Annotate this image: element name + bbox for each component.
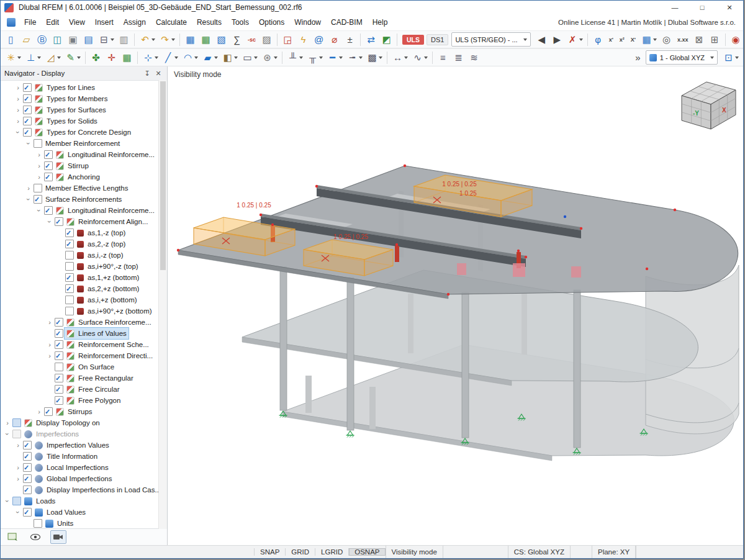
tree-item-stirrups[interactable]: ›Stirrups: [1, 406, 158, 417]
expand-arrow-icon[interactable]: ›: [14, 104, 22, 115]
tree-item-loads[interactable]: ›Loads: [1, 495, 158, 507]
tree-item-local-imperfections[interactable]: ›Local Imperfections: [1, 462, 158, 473]
chevron-down-icon[interactable]: [274, 56, 278, 59]
menu-options[interactable]: Options: [254, 16, 289, 29]
expand-arrow-icon[interactable]: ›: [3, 417, 12, 428]
open-model-button[interactable]: ▱: [19, 32, 34, 47]
expand-arrow-icon[interactable]: ›: [35, 171, 43, 183]
status-toggle-grid[interactable]: GRID: [285, 548, 315, 556]
line-pattern2-button[interactable]: ≣: [451, 50, 466, 65]
close-button[interactable]: ✕: [716, 1, 743, 14]
filter-tables-button[interactable]: ▨: [260, 32, 274, 47]
visibility-checkbox[interactable]: [23, 485, 32, 494]
collapse-arrow-icon[interactable]: ›: [12, 508, 24, 517]
tree-item-surface-reinforcements[interactable]: ›Surface Reinforcements: [1, 194, 158, 205]
visibility-checkbox[interactable]: [34, 139, 42, 148]
tree-item-types-for-surfaces[interactable]: ›Types for Surfaces: [1, 104, 158, 115]
tables-button[interactable]: ▦: [183, 32, 197, 47]
tree-item-surface-reinforceme[interactable]: ›Surface Reinforceme...: [1, 317, 158, 328]
visibility-checkbox[interactable]: [55, 340, 63, 349]
navigation-cube[interactable]: -Y X: [682, 82, 736, 129]
tree-item-units[interactable]: Units: [1, 518, 158, 528]
visibility-checkbox[interactable]: [23, 106, 32, 114]
chevron-down-icon[interactable]: [404, 56, 408, 59]
menu-file[interactable]: File: [19, 16, 41, 29]
chevron-down-icon[interactable]: [735, 56, 739, 59]
visibility-checkbox[interactable]: [12, 497, 21, 505]
print-graphic-button[interactable]: ⊞: [708, 32, 722, 47]
menu-insert[interactable]: Insert: [90, 16, 119, 29]
save-button[interactable]: ▤: [81, 32, 96, 47]
expand-arrow-icon[interactable]: ›: [45, 350, 54, 361]
maximize-button[interactable]: □: [689, 1, 716, 14]
visibility-checkbox[interactable]: [55, 363, 63, 371]
collapse-arrow-icon[interactable]: ›: [2, 430, 13, 438]
expand-arrow-icon[interactable]: ›: [14, 462, 22, 473]
chevron-down-icon[interactable]: [194, 56, 198, 59]
chevron-down-icon[interactable]: [379, 56, 382, 59]
paste-button[interactable]: ▣: [66, 32, 80, 47]
dimension-button[interactable]: ↔: [391, 50, 409, 65]
visibility-checkbox[interactable]: [23, 94, 32, 103]
tree-item-lines-of-values[interactable]: Lines of Values: [1, 328, 158, 339]
minimize-button[interactable]: —: [661, 1, 689, 14]
arc-button[interactable]: ◠: [181, 50, 199, 65]
visibility-checkbox[interactable]: [23, 474, 32, 483]
line-pattern-button[interactable]: ≡: [436, 50, 450, 65]
node-button[interactable]: ⊹: [141, 50, 160, 65]
tree-item-free-polygon[interactable]: Free Polygon: [1, 395, 158, 406]
line-button[interactable]: ╱: [161, 50, 179, 65]
chevron-down-icon[interactable]: [171, 38, 175, 41]
extreme-values-button[interactable]: x²: [617, 32, 627, 47]
chevron-down-icon[interactable]: [77, 56, 81, 59]
model-viewport[interactable]: Visibility mode: [168, 66, 743, 545]
tree-item-global-imperfections[interactable]: ›Global Imperfections: [1, 473, 158, 484]
visibility-checkbox[interactable]: [65, 307, 74, 315]
expand-arrow-icon[interactable]: ›: [14, 440, 22, 451]
edit-tables-button[interactable]: ▧: [214, 32, 228, 47]
member-hinge-button[interactable]: ╼: [345, 50, 364, 65]
visibility-checkbox[interactable]: [23, 463, 32, 472]
print-button[interactable]: ⊟: [97, 32, 115, 47]
results-tables-button[interactable]: ▦: [199, 32, 213, 47]
work-plane-button[interactable]: ⊥: [24, 50, 42, 65]
visibility-checkbox[interactable]: [65, 296, 74, 304]
visibility-checkbox[interactable]: [65, 284, 74, 293]
member-button[interactable]: ━: [325, 50, 344, 65]
guide-lines-button[interactable]: ✎: [63, 50, 82, 65]
design-situation-badge[interactable]: DS1: [427, 34, 448, 45]
visibility-checkbox[interactable]: [34, 195, 42, 204]
expand-arrow-icon[interactable]: ›: [45, 317, 54, 328]
decimal-places-button[interactable]: x.xx: [675, 32, 691, 47]
tree-scrollbar[interactable]: [158, 80, 167, 529]
chevron-down-icon[interactable]: [339, 56, 343, 59]
tree-item-display-topology-on[interactable]: ›Display Topology on: [1, 417, 158, 428]
chevron-down-icon[interactable]: [319, 56, 323, 59]
visibility-checkbox[interactable]: [55, 385, 63, 394]
tree-item-free-circular[interactable]: Free Circular: [1, 384, 158, 395]
visibility-checkbox[interactable]: [55, 318, 63, 327]
new-model-button[interactable]: ▯: [4, 32, 18, 47]
collapse-arrow-icon[interactable]: ›: [12, 128, 24, 137]
tree-item-display-imperfections-in-load-cas[interactable]: Display Imperfections in Load Cas...: [1, 484, 158, 495]
solver-settings-button[interactable]: @: [312, 32, 326, 47]
status-toggle-osnap[interactable]: OSNAP: [348, 548, 385, 556]
tree-item-types-for-solids[interactable]: ›Types for Solids: [1, 115, 158, 127]
visibility-checkbox[interactable]: [23, 83, 32, 92]
menu-window[interactable]: Window: [289, 16, 326, 29]
chevron-down-icon[interactable]: [37, 56, 41, 59]
tree-item-member-effective-lengths[interactable]: ›Member Effective Lengths: [1, 183, 158, 194]
expand-arrow-icon[interactable]: ›: [35, 149, 43, 160]
chevron-down-icon[interactable]: [523, 38, 527, 41]
visibility-checkbox[interactable]: [55, 217, 63, 226]
collapse-arrow-icon[interactable]: ›: [2, 497, 13, 505]
calculate-all-button[interactable]: ◲: [281, 32, 295, 47]
tree-item-anchoring[interactable]: ›Anchoring: [1, 171, 158, 183]
visibility-checkbox[interactable]: [12, 418, 21, 427]
surface-support-button[interactable]: ▩: [365, 50, 384, 65]
visibility-checkbox[interactable]: [65, 228, 74, 237]
calculator-button[interactable]: ±: [343, 32, 357, 47]
check-model-button[interactable]: ϟ: [296, 32, 310, 47]
result-diagram-button[interactable]: φ: [591, 32, 605, 47]
visibility-checkbox[interactable]: [55, 351, 63, 360]
